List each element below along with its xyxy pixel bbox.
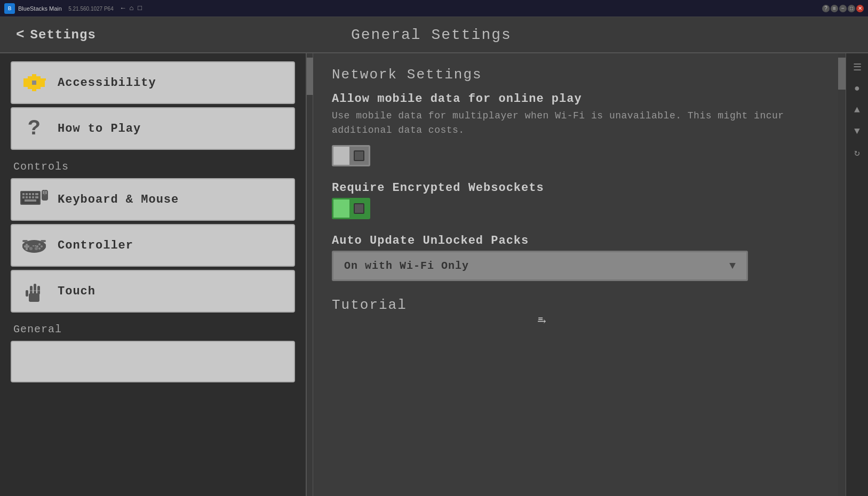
menu-button[interactable]: ≡ (831, 5, 838, 12)
question-mark-icon: ? (28, 117, 41, 141)
svg-rect-27 (35, 196, 38, 198)
rail-icon-3[interactable]: ▲ (849, 101, 866, 118)
home-nav-icon[interactable]: ⌂ (130, 4, 134, 12)
accessibility-icon (20, 69, 48, 97)
title-bar: B BlueStacks Main 5.21.560.1027 P64 ← ⌂ … (0, 0, 868, 17)
svg-rect-23 (22, 196, 25, 198)
window-nav: ← ⌂ □ (121, 4, 142, 12)
sidebar-item-touch[interactable]: Touch (11, 270, 295, 313)
page-title: General Settings (96, 27, 767, 43)
svg-rect-47 (22, 240, 28, 242)
how-to-play-icon: ? (20, 115, 48, 142)
mobile-data-toggle[interactable] (332, 145, 370, 166)
close-button[interactable]: ✕ (856, 5, 864, 12)
toggle-knob-on (354, 203, 364, 214)
auto-update-label: Auto Update Unlocked Packs (332, 234, 819, 247)
auto-update-dropdown[interactable]: On with Wi-Fi Only ▼ (332, 251, 748, 281)
help-button[interactable]: ? (822, 5, 830, 12)
svg-point-40 (41, 245, 43, 247)
svg-rect-51 (34, 284, 36, 294)
svg-rect-4 (32, 74, 36, 78)
keyboard-mouse-label: Keyboard & Mouse (58, 193, 179, 206)
mobile-data-label: Allow mobile data for online play (332, 92, 819, 106)
svg-rect-26 (32, 196, 34, 198)
bluestacks-icon: B (4, 3, 15, 14)
controls-section-label: Controls (13, 161, 295, 173)
network-settings-title: Network Settings (332, 67, 819, 83)
controller-label: Controller (58, 239, 133, 252)
sidebar-item-how-to-play[interactable]: ? How to Play (11, 107, 295, 150)
back-button[interactable]: < Settings (16, 27, 96, 43)
sidebar-scrollbar[interactable] (307, 53, 313, 496)
svg-rect-55 (34, 290, 36, 291)
sidebar-item-accessibility[interactable]: Accessibility (11, 61, 295, 104)
rail-icon-2[interactable]: ● (849, 80, 866, 97)
sidebar-scrollbar-thumb[interactable] (307, 58, 313, 95)
accessibility-label: Accessibility (58, 76, 156, 90)
encrypted-websockets-toggle[interactable] (332, 198, 370, 219)
rail-icon-1[interactable]: ☰ (849, 59, 866, 76)
svg-rect-14 (41, 81, 45, 83)
sidebar: Accessibility ? How to Play Controls (0, 53, 307, 496)
toggle-right-off (349, 147, 369, 165)
app-title-text: BlueStacks Main (18, 5, 62, 12)
toggle-left-on (333, 199, 349, 218)
svg-rect-53 (26, 290, 28, 297)
tutorial-section: Tutorial (332, 297, 819, 313)
touch-icon (20, 277, 48, 305)
mobile-data-desc: Use mobile data for multiplayer when Wi-… (332, 109, 819, 138)
dropdown-arrow-icon: ▼ (729, 260, 736, 272)
mobile-data-setting: Allow mobile data for online play Use mo… (332, 92, 819, 181)
back-nav-arrow[interactable]: ← (121, 4, 125, 12)
svg-rect-46 (35, 245, 36, 246)
svg-rect-24 (26, 196, 28, 198)
svg-point-41 (38, 247, 41, 250)
back-arrow-icon: < (16, 27, 25, 43)
content-area: Network Settings Allow mobile data for o… (313, 53, 838, 496)
svg-rect-31 (43, 191, 44, 194)
sidebar-item-controller[interactable]: Controller (11, 224, 295, 267)
sidebar-item-keyboard-mouse[interactable]: Keyboard & Mouse (11, 178, 295, 221)
toggle-left-off (333, 147, 349, 165)
tutorial-title: Tutorial (332, 297, 819, 313)
rail-icon-4[interactable]: ▼ (849, 123, 866, 140)
svg-rect-21 (32, 193, 34, 195)
sidebar-item-general-partial[interactable] (11, 341, 295, 382)
toggle-right-on (349, 199, 369, 218)
main-layout: Accessibility ? How to Play Controls (0, 53, 868, 496)
cursor-indicator: ⥱ (537, 315, 546, 328)
controller-icon (20, 231, 48, 259)
svg-rect-56 (37, 290, 40, 291)
app-version-text: 5.21.560.1027 P64 (68, 6, 114, 12)
title-bar-controls: ? ≡ − □ ✕ (822, 5, 864, 12)
svg-rect-45 (33, 245, 34, 246)
back-label: Settings (30, 28, 96, 42)
auto-update-dropdown-value: On with Wi-Fi Only (344, 260, 469, 272)
minimize-button[interactable]: − (839, 5, 847, 12)
restore-button[interactable]: □ (848, 5, 855, 12)
svg-rect-18 (22, 193, 25, 195)
svg-point-39 (38, 243, 41, 245)
svg-rect-22 (35, 193, 38, 195)
svg-rect-48 (41, 240, 46, 242)
svg-rect-28 (25, 199, 36, 202)
network-settings-section: Network Settings Allow mobile data for o… (332, 67, 819, 281)
svg-rect-19 (26, 193, 28, 195)
svg-rect-13 (32, 81, 36, 85)
right-rail: ☰ ● ▲ ▼ ↻ (846, 53, 868, 496)
svg-rect-25 (29, 196, 31, 198)
svg-rect-38 (24, 245, 29, 247)
rail-icon-5[interactable]: ↻ (849, 144, 866, 161)
keyboard-mouse-icon (20, 186, 48, 213)
app-name: BlueStacks Main 5.21.560.1027 P64 (18, 5, 114, 12)
svg-rect-49 (29, 293, 39, 302)
general-section-label: General (13, 323, 295, 335)
auto-update-setting: Auto Update Unlocked Packs On with Wi-Fi… (332, 234, 819, 281)
content-scrollbar[interactable] (838, 53, 846, 496)
title-bar-left: B BlueStacks Main 5.21.560.1027 P64 ← ⌂ … (4, 3, 142, 14)
encrypted-websockets-setting: Require Encrypted Websockets (332, 181, 819, 234)
restore-nav-icon[interactable]: □ (138, 4, 142, 12)
content-scrollbar-thumb[interactable] (838, 58, 846, 90)
svg-rect-32 (45, 191, 47, 194)
svg-rect-20 (29, 193, 31, 195)
